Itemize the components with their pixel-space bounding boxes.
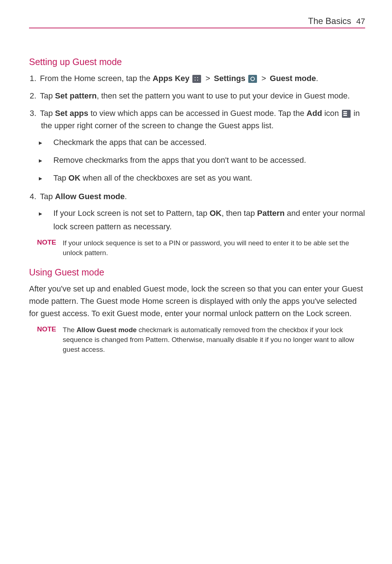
term-settings: Settings [214,74,245,83]
apps-icon [192,75,201,83]
sub-item: Remove checkmarks from the apps that you… [46,154,365,168]
term-guest-mode: Guest mode [270,74,316,83]
text: Remove checkmarks from the apps that you… [53,156,306,165]
page-number: 47 [356,17,365,26]
sub-item: Checkmark the apps that can be accessed. [46,136,365,150]
text: The [63,326,77,334]
text: If your Lock screen is not set to Patter… [53,209,209,218]
document-page: The Basics 47 Setting up Guest mode 1.Fr… [0,0,392,564]
text: Tap [40,192,55,201]
term-set-apps: Set apps [55,109,89,118]
text: , then tap [221,209,257,218]
term-allow-guest-mode: Allow Guest mode [77,326,137,334]
chevron: > [205,74,210,83]
settings-icon [248,75,257,83]
note-text: The Allow Guest mode checkmark is automa… [63,325,365,354]
text: to view which apps can be accessed in Gu… [88,109,306,118]
sub-list: Checkmark the apps that can be accessed.… [46,136,365,185]
term-ok: OK [69,173,81,182]
text: Tap [40,109,55,118]
add-icon [342,110,351,118]
term-add: Add [307,109,322,118]
heading-using: Using Guest mode [29,267,365,278]
period: . [316,74,318,83]
step-num: 3. [29,107,36,120]
term-allow-guest-mode: Allow Guest mode [55,192,125,201]
term-apps-key: Apps Key [153,74,189,83]
term-pattern: Pattern [257,209,285,218]
text: , then set the pattern you want to use t… [97,91,350,100]
step-num: 2. [29,90,36,102]
note-label: NOTE [37,238,56,258]
step-4: 4.Tap Allow Guest mode. If your Lock scr… [29,190,365,233]
sub-list: If your Lock screen is not set to Patter… [46,207,365,233]
step-2: 2.Tap Set pattern, then set the pattern … [29,90,365,102]
term-set-pattern: Set pattern [55,91,97,100]
note-label: NOTE [37,325,56,354]
text: From the Home screen, tap the [40,74,153,83]
note-block: NOTE If your unlock sequence is set to a… [37,238,365,258]
term-ok: OK [209,209,221,218]
text: Tap [53,173,69,182]
text: Tap [40,91,55,100]
step-num: 1. [29,72,36,85]
chevron: > [261,74,266,83]
heading-setting-up: Setting up Guest mode [29,57,365,67]
sub-item: Tap OK when all of the checkboxes are se… [46,172,365,185]
header-section: The Basics [308,16,351,26]
step-3: 3.Tap Set apps to view which apps can be… [29,107,365,185]
step-num: 4. [29,190,36,203]
text: when all of the checkboxes are set as yo… [81,173,252,182]
text: . [125,192,127,201]
page-header: The Basics 47 [29,16,365,28]
sub-item: If your Lock screen is not set to Patter… [46,207,365,233]
step-1: 1.From the Home screen, tap the Apps Key… [29,72,365,85]
note-block: NOTE The Allow Guest mode checkmark is a… [37,325,365,354]
text: Checkmark the apps that can be accessed. [53,138,207,147]
note-text: If your unlock sequence is set to a PIN … [63,238,365,258]
steps-list: 1.From the Home screen, tap the Apps Key… [29,72,365,233]
paragraph: After you've set up and enabled Guest mo… [29,283,365,320]
